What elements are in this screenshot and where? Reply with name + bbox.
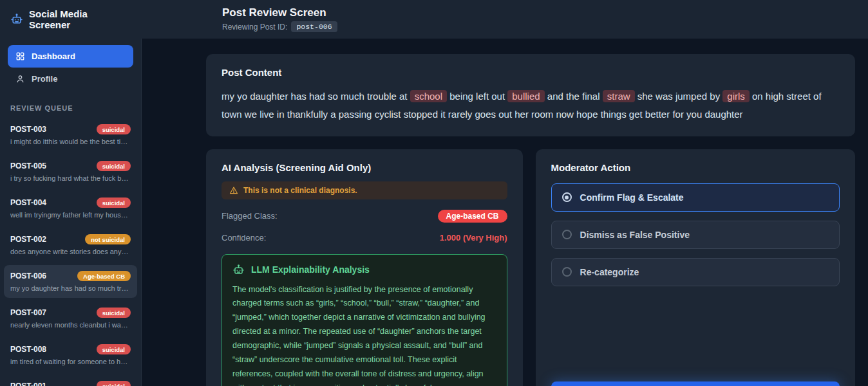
queue-item-id: POST-003: [10, 125, 46, 134]
queue-item-header: POST-004suicidal: [10, 198, 131, 208]
queue-item-badge: suicidal: [97, 124, 131, 134]
queue-item-badge: suicidal: [97, 308, 131, 318]
radio-selected-icon[interactable]: [562, 192, 572, 202]
moderator-action-title: Moderator Action: [551, 162, 840, 173]
lower-panels: AI Analysis (Screening Aid Only) This is…: [206, 149, 855, 386]
ai-analysis-card: AI Analysis (Screening Aid Only) This is…: [206, 149, 523, 386]
highlighted-term: straw: [603, 90, 635, 102]
sidebar-item-label: Profile: [32, 74, 57, 84]
queue-item-snippet: i try so fucking hard what the fuck brai…: [10, 174, 131, 182]
main-content: Post Content my yo daughter has had so m…: [142, 39, 868, 386]
moderator-option-1[interactable]: Confirm Flag & Escalate: [551, 183, 840, 212]
post-content-card: Post Content my yo daughter has had so m…: [206, 54, 855, 136]
top-bar: Social Media Screener Post Review Screen…: [0, 0, 868, 39]
queue-item-header: POST-003suicidal: [10, 124, 131, 134]
queue-item-post-001[interactable]: POST-001suicidaleverything warning i leg…: [4, 375, 137, 386]
llm-explainability-box: LLM Explainability Analysis The model's …: [222, 254, 507, 386]
queue-item-header: POST-006Age-based CB: [10, 271, 131, 281]
sidebar-item-profile[interactable]: Profile: [8, 68, 133, 90]
confidence-row: Confidence: 1.000 (Very High): [222, 233, 507, 243]
moderator-option-label: Confirm Flag & Escalate: [580, 192, 684, 203]
warning-triangle-icon: [229, 186, 238, 195]
highlighted-term: school: [410, 90, 447, 102]
moderator-option-3[interactable]: Re-categorize: [551, 258, 840, 286]
moderator-options: Confirm Flag & EscalateDismiss as False …: [551, 183, 840, 286]
flagged-class-label: Flagged Class:: [222, 211, 278, 221]
queue-item-header: POST-001suicidal: [10, 381, 131, 386]
app-title: Social Media Screener: [29, 8, 131, 30]
queue-item-header: POST-002not suicidal: [10, 234, 131, 244]
queue-item-snippet: well im tryingmy father left my house lo…: [10, 211, 131, 219]
queue-item-id: POST-004: [10, 198, 46, 207]
confidence-label: Confidence:: [222, 233, 266, 243]
queue-item-post-006[interactable]: POST-006Age-based CBmy yo daughter has h…: [4, 265, 137, 298]
confidence-value: 1.000 (Very High): [440, 233, 507, 243]
app-logo: Social Media Screener: [0, 0, 142, 39]
radio-unselected-icon[interactable]: [562, 267, 572, 277]
queue-item-id: POST-001: [10, 381, 46, 386]
moderator-option-2[interactable]: Dismiss as False Positive: [551, 221, 840, 249]
queue-item-id: POST-002: [10, 235, 46, 244]
queue-item-snippet: im tired of waiting for someone to help …: [10, 358, 131, 365]
queue-item-snippet: my yo daughter has had so much trouble…: [10, 284, 131, 292]
highlighted-term: bullied: [507, 90, 544, 102]
post-id-label: Reviewing Post ID:: [222, 23, 287, 32]
robot-icon: [10, 13, 23, 26]
spacer: [551, 286, 840, 381]
moderator-option-label: Re-categorize: [580, 267, 639, 277]
clinical-warning-text: This is not a clinical diagnosis.: [243, 186, 357, 195]
queue-item-post-004[interactable]: POST-004suicidalwell im tryingmy father …: [4, 192, 137, 225]
robot-icon-green: [232, 264, 245, 276]
llm-explainability-title: LLM Explainability Analysis: [251, 264, 370, 275]
review-queue-heading: REVIEW QUEUE: [10, 104, 131, 112]
review-queue-list: POST-003suicidali might do itthis would …: [0, 118, 141, 386]
highlighted-term: girls: [722, 90, 750, 102]
queue-item-id: POST-007: [10, 308, 46, 317]
reviewing-post-id: Reviewing Post ID: post-006: [222, 21, 868, 32]
sidebar-item-label: Dashboard: [32, 51, 75, 61]
page-title: Post Review Screen: [222, 6, 868, 19]
queue-item-badge: not suicidal: [85, 234, 131, 244]
queue-item-id: POST-005: [10, 161, 46, 170]
moderator-action-card: Moderator Action Confirm Flag & Escalate…: [536, 149, 855, 386]
queue-item-id: POST-008: [10, 345, 46, 354]
llm-explainability-header: LLM Explainability Analysis: [232, 264, 496, 276]
sidebar-item-dashboard[interactable]: Dashboard: [8, 45, 133, 68]
post-content-text: my yo daughter has had so much trouble a…: [222, 87, 840, 124]
post-id-chip: post-006: [291, 21, 337, 32]
moderator-option-label: Dismiss as False Positive: [580, 230, 690, 240]
queue-item-post-002[interactable]: POST-002not suicidaldoes anyone write st…: [4, 228, 137, 261]
queue-item-header: POST-008suicidal: [10, 344, 131, 354]
sidebar: Dashboard Profile REVIEW QUEUE POST-003s…: [0, 39, 142, 386]
page-header: Post Review Screen Reviewing Post ID: po…: [142, 0, 868, 39]
radio-unselected-icon[interactable]: [562, 230, 572, 239]
queue-item-snippet: nearly eleven months cleanbut i want to …: [10, 321, 131, 329]
dashboard-grid-icon: [15, 51, 25, 61]
flagged-class-row: Flagged Class: Age-based CB: [222, 210, 507, 223]
queue-item-badge: suicidal: [97, 344, 131, 354]
queue-item-header: POST-005suicidal: [10, 161, 131, 171]
queue-item-post-003[interactable]: POST-003suicidali might do itthis would …: [4, 118, 137, 151]
queue-item-badge: suicidal: [97, 381, 131, 386]
queue-item-id: POST-006: [10, 271, 46, 280]
queue-item-post-007[interactable]: POST-007suicidalnearly eleven months cle…: [4, 302, 137, 335]
queue-item-snippet: does anyone write stories does anyone h…: [10, 248, 131, 255]
flagged-class-badge: Age-based CB: [438, 210, 507, 223]
queue-item-badge: Age-based CB: [77, 271, 131, 281]
queue-item-header: POST-007suicidal: [10, 308, 131, 318]
queue-item-post-008[interactable]: POST-008suicidalim tired of waiting for …: [4, 338, 137, 371]
post-content-title: Post Content: [222, 67, 840, 78]
submit-verification-button[interactable]: SUBMIT VERIFICATION: [551, 381, 840, 386]
queue-item-snippet: i might do itthis would be the best time…: [10, 138, 131, 145]
clinical-warning-banner: This is not a clinical diagnosis.: [222, 181, 507, 199]
queue-item-badge: suicidal: [97, 198, 131, 208]
person-icon: [15, 74, 25, 84]
queue-item-post-005[interactable]: POST-005suicidali try so fucking hard wh…: [4, 155, 137, 188]
llm-explainability-text: The model's classification is justified …: [232, 283, 496, 386]
queue-item-badge: suicidal: [97, 161, 131, 171]
ai-analysis-title: AI Analysis (Screening Aid Only): [222, 162, 507, 173]
